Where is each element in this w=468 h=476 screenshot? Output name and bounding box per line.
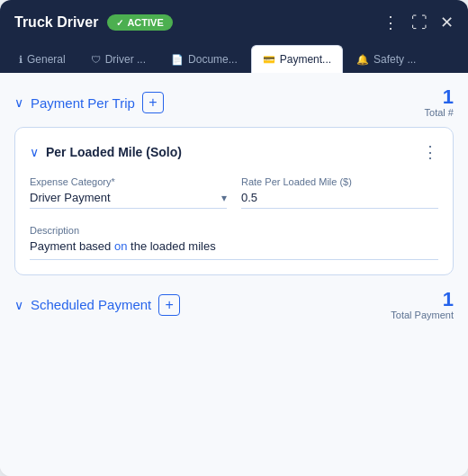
expand-icon[interactable]: ⛶: [411, 13, 428, 32]
payment-per-trip-left: ∨ Payment Per Trip +: [14, 92, 164, 113]
tab-payment-label: Payment...: [280, 53, 331, 66]
scheduled-payment-add-button[interactable]: +: [158, 294, 180, 316]
safety-tab-icon: 🔔: [356, 54, 369, 66]
tab-safety-label: Safety ...: [374, 53, 416, 66]
scheduled-payment-left: ∨ Scheduled Payment +: [14, 294, 180, 316]
expense-category-label: Expense Category*: [30, 176, 227, 187]
payment-per-trip-count-label: Total #: [425, 107, 454, 118]
tab-documents[interactable]: 📄 Docume...: [159, 45, 249, 73]
expense-rate-row: Expense Category* Driver Payment ▾ Rate …: [30, 176, 438, 209]
description-field: Description Payment based on the loaded …: [30, 221, 438, 260]
close-icon[interactable]: ✕: [440, 13, 454, 32]
tab-driver[interactable]: 🛡 Driver ...: [79, 45, 158, 73]
general-tab-icon: ℹ: [19, 54, 22, 66]
tab-driver-label: Driver ...: [105, 53, 146, 66]
expense-category-value[interactable]: Driver Payment ▾: [30, 191, 227, 209]
tab-payment[interactable]: 💳 Payment... Payment Terms: [251, 45, 343, 73]
scheduled-payment-header: ∨ Scheduled Payment + 1 Total Payment: [14, 290, 454, 320]
expense-category-dropdown-icon[interactable]: ▾: [221, 192, 227, 204]
documents-tab-icon: 📄: [171, 54, 184, 66]
card-title: Per Loaded Mile (Solo): [46, 145, 182, 159]
content-area: ∨ Payment Per Trip + 1 Total # ∨ Per Loa…: [0, 73, 468, 476]
scheduled-payment-count-label: Total Payment: [391, 310, 454, 320]
rate-field: Rate Per Loaded Mile ($) 0.5: [241, 176, 438, 209]
header: Truck Driver ACTIVE ⋮ ⛶ ✕: [0, 0, 468, 45]
tab-general[interactable]: ℹ General: [7, 45, 77, 73]
tabs-bar: ℹ General 🛡 Driver ... 📄 Docume... 💳 Pay…: [0, 45, 468, 73]
desc-text-1: Payment based: [30, 239, 114, 253]
card-title-left: ∨ Per Loaded Mile (Solo): [30, 145, 182, 159]
tab-documents-label: Docume...: [188, 53, 238, 66]
header-left: Truck Driver ACTIVE: [14, 14, 173, 31]
payment-per-trip-chevron[interactable]: ∨: [14, 95, 23, 110]
desc-text-2: the loaded miles: [127, 239, 215, 253]
card-more-options-icon[interactable]: ⋮: [422, 142, 438, 162]
page-title: Truck Driver: [14, 14, 98, 31]
tab-general-label: General: [27, 53, 66, 66]
expense-category-field: Expense Category* Driver Payment ▾: [30, 176, 227, 209]
tab-safety[interactable]: 🔔 Safety ...: [345, 45, 428, 73]
scheduled-payment-title: Scheduled Payment: [31, 297, 151, 312]
payment-tab-icon: 💳: [263, 54, 275, 66]
rate-label: Rate Per Loaded Mile ($): [241, 176, 438, 187]
payment-per-trip-title: Payment Per Trip: [31, 95, 135, 111]
payment-per-trip-header: ∨ Payment Per Trip + 1 Total #: [14, 87, 454, 118]
description-label: Description: [30, 225, 79, 236]
payment-per-trip-add-button[interactable]: +: [142, 92, 164, 113]
scheduled-payment-right: 1 Total Payment: [391, 290, 454, 320]
payment-per-trip-count: 1: [425, 87, 454, 107]
header-icons: ⋮ ⛶ ✕: [382, 13, 454, 32]
driver-tab-icon: 🛡: [91, 54, 101, 65]
scheduled-payment-chevron[interactable]: ∨: [14, 298, 23, 312]
rate-value[interactable]: 0.5: [241, 191, 438, 209]
scheduled-payment-count: 1: [391, 290, 454, 310]
active-badge: ACTIVE: [107, 14, 172, 31]
card-chevron[interactable]: ∨: [30, 145, 39, 159]
app-window: Truck Driver ACTIVE ⋮ ⛶ ✕ ℹ General 🛡 Dr…: [0, 0, 468, 476]
payment-per-trip-right: 1 Total #: [425, 87, 454, 118]
expense-category-text: Driver Payment: [30, 191, 111, 204]
per-loaded-mile-card: ∨ Per Loaded Mile (Solo) ⋮ Expense Categ…: [14, 127, 454, 275]
description-value[interactable]: Payment based on the loaded miles: [30, 238, 438, 260]
desc-text-highlight: on: [114, 239, 127, 253]
card-header: ∨ Per Loaded Mile (Solo) ⋮: [30, 142, 438, 162]
more-options-icon[interactable]: ⋮: [382, 13, 399, 32]
